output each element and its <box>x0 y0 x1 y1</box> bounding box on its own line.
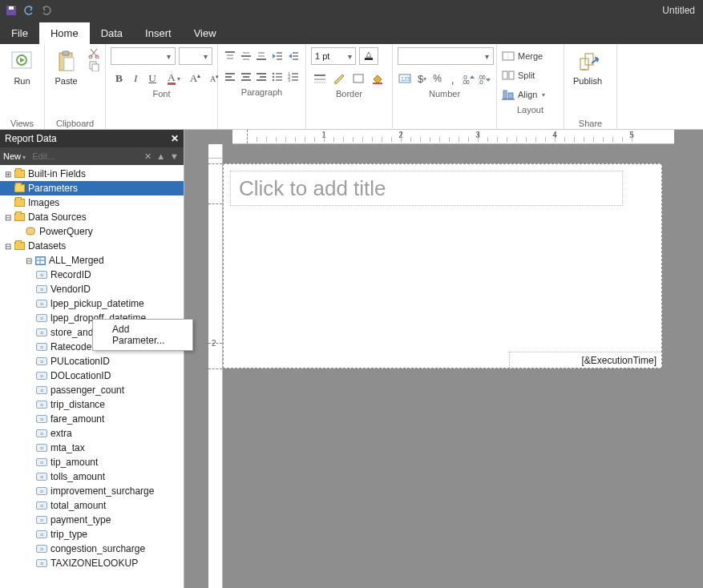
svg-rect-40 <box>276 79 282 81</box>
tab-insert[interactable]: Insert <box>134 22 183 44</box>
font-color-button[interactable]: A▾ <box>163 70 185 87</box>
vertical-ruler: 2 <box>208 159 223 588</box>
group-clipboard: Paste Clipboard <box>45 44 106 129</box>
tree-field-item[interactable]: extra <box>0 426 184 441</box>
tree-field-item[interactable]: TAXIZONELOOKUP <box>0 556 184 570</box>
parameters-context-menu: Add Parameter... <box>92 319 193 351</box>
svg-rect-13 <box>227 58 233 59</box>
tree-field-item[interactable]: improvement_surcharge <box>0 484 184 498</box>
field-icon <box>35 442 48 453</box>
border-color-combo[interactable] <box>359 47 378 65</box>
field-icon <box>35 269 48 280</box>
close-icon[interactable]: ✕ <box>166 133 184 144</box>
footer-expression[interactable]: [&ExecutionTime] <box>509 352 661 368</box>
font-size-combo[interactable]: ▾ <box>179 47 212 65</box>
align-button[interactable]: Align <box>502 86 559 103</box>
number-list-icon[interactable]: 123 <box>285 68 301 86</box>
tree-images[interactable]: Images <box>0 195 184 210</box>
tab-view[interactable]: View <box>183 22 228 44</box>
undo-icon[interactable] <box>22 4 35 17</box>
tree-label: Parameters <box>28 183 78 194</box>
svg-rect-18 <box>258 55 265 57</box>
tree-field-item[interactable]: tip_amount <box>0 455 184 469</box>
align-bottom-icon[interactable] <box>254 47 269 65</box>
placeholder-style-icon[interactable]: 123 <box>398 70 414 87</box>
decrease-decimal-icon[interactable]: .00.0 <box>477 70 491 87</box>
publish-button[interactable]: Publish <box>569 47 606 86</box>
increase-decimal-icon[interactable]: .0.00 <box>461 70 475 87</box>
align-top-icon[interactable] <box>223 47 238 65</box>
increase-indent-icon[interactable] <box>285 47 301 65</box>
border-box-icon[interactable] <box>349 70 367 87</box>
redo-icon[interactable] <box>40 4 53 17</box>
tree-field-item[interactable]: RecordID <box>0 268 184 282</box>
tree-field-item[interactable]: passenger_count <box>0 383 184 397</box>
tree-field-item[interactable]: mta_tax <box>0 441 184 455</box>
tree-field-item[interactable]: fare_amount <box>0 412 184 426</box>
border-width-combo[interactable]: 1 pt▾ <box>311 47 356 65</box>
move-down-icon[interactable]: ▼ <box>170 151 179 162</box>
paste-button[interactable]: Paste <box>50 47 83 86</box>
tree-field-item[interactable]: PULocationID <box>0 354 184 369</box>
field-icon <box>35 312 48 324</box>
new-button[interactable]: New <box>3 151 26 161</box>
underline-button[interactable]: U <box>143 70 161 87</box>
tree-field-item[interactable]: lpep_pickup_datetime <box>0 296 184 311</box>
tree-field-item[interactable]: DOLocationID <box>0 369 184 383</box>
currency-icon[interactable]: $▾ <box>415 70 429 87</box>
delete-icon[interactable]: ✕ <box>144 151 152 162</box>
align-right-icon[interactable] <box>254 68 269 86</box>
save-icon[interactable] <box>5 4 18 17</box>
italic-button[interactable]: I <box>129 70 142 87</box>
title-placeholder[interactable]: Click to add title <box>230 171 623 206</box>
svg-rect-6 <box>64 58 74 70</box>
tree-datasets[interactable]: ⊟ Datasets <box>0 239 184 253</box>
group-border-label: Border <box>311 87 387 99</box>
tab-home[interactable]: Home <box>39 22 90 44</box>
align-left-icon[interactable] <box>223 68 238 86</box>
fill-color-icon[interactable] <box>369 70 386 87</box>
tree-field-item[interactable]: trip_distance <box>0 397 184 412</box>
tree-parameters[interactable]: Parameters <box>0 181 184 195</box>
add-parameter-menuitem[interactable]: Add Parameter... <box>95 321 191 348</box>
font-family-combo[interactable]: ▾ <box>111 47 176 65</box>
split-button[interactable]: Split <box>502 66 559 84</box>
tree-field-item[interactable]: trip_type <box>0 527 184 542</box>
border-style-icon[interactable] <box>311 70 329 87</box>
align-center-icon[interactable] <box>239 68 254 86</box>
tree-field-item[interactable]: VendorID <box>0 282 184 296</box>
number-format-combo[interactable]: ▾ <box>398 47 494 65</box>
tab-file[interactable]: File <box>0 22 39 44</box>
decrease-indent-icon[interactable] <box>270 47 285 65</box>
bullet-list-icon[interactable] <box>270 68 285 86</box>
tree-builtin-fields[interactable]: ⊞ Built-in Fields <box>0 167 184 181</box>
move-up-icon[interactable]: ▲ <box>156 151 165 162</box>
design-surface[interactable]: 12345 2 Click to add title [&ExecutionTi… <box>184 130 703 588</box>
report-page[interactable]: Click to add title [&ExecutionTime] <box>223 163 662 369</box>
tree-field-item[interactable]: total_amount <box>0 498 184 513</box>
tree-field-item[interactable]: tolls_amount <box>0 469 184 484</box>
bold-button[interactable]: B <box>111 70 127 87</box>
border-pen-icon[interactable] <box>330 70 348 87</box>
svg-rect-63 <box>503 91 507 99</box>
cut-icon[interactable] <box>87 47 100 58</box>
group-paragraph-label: Paragraph <box>223 86 301 97</box>
align-middle-icon[interactable] <box>239 47 254 65</box>
grow-font-button[interactable]: A▴ <box>187 70 204 87</box>
tree-field-item[interactable]: payment_type <box>0 513 184 527</box>
comma-icon[interactable]: , <box>446 70 459 87</box>
group-border: 1 pt▾ Border <box>306 44 393 129</box>
percent-icon[interactable]: % <box>430 70 444 87</box>
tree-dataset-item[interactable]: ⊟ ALL_Merged <box>0 253 184 268</box>
tree-label: Data Sources <box>28 211 87 223</box>
svg-rect-32 <box>257 73 266 75</box>
merge-icon <box>502 50 515 62</box>
tree-field-item[interactable]: congestion_surcharge <box>0 542 184 556</box>
run-label: Run <box>14 76 30 86</box>
tree-datasource-item[interactable]: PowerQuery <box>0 224 184 239</box>
copy-icon[interactable] <box>87 60 100 71</box>
tab-data[interactable]: Data <box>90 22 134 44</box>
merge-button[interactable]: Merge <box>502 47 559 65</box>
tree-datasources[interactable]: ⊟ Data Sources <box>0 210 184 224</box>
run-button[interactable]: Run <box>5 47 39 86</box>
